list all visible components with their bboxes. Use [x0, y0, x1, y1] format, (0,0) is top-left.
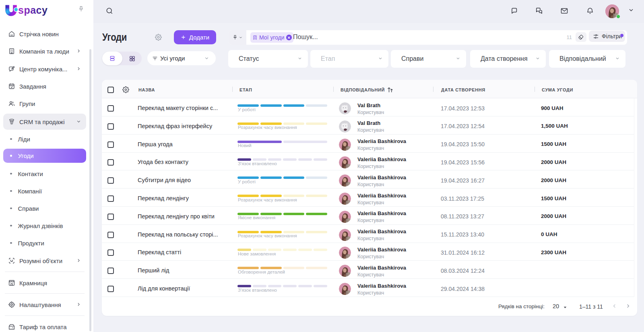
- svg-text:spacy: spacy: [18, 5, 47, 16]
